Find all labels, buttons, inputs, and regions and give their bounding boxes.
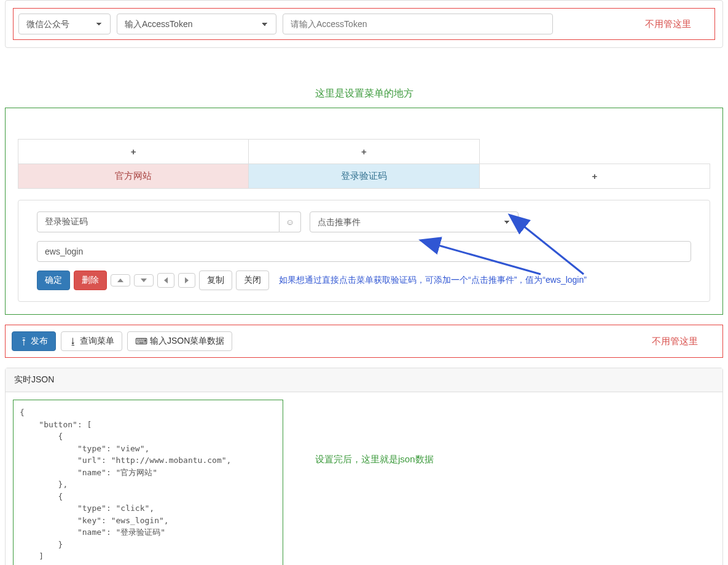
add-menu[interactable]: +: [479, 164, 710, 189]
chevron-right-icon: [185, 277, 189, 283]
move-right-button[interactable]: [178, 273, 195, 288]
download-icon: ⭳: [69, 336, 77, 346]
platform-select[interactable]: 微信公众号: [18, 14, 111, 34]
chevron-up-icon: [117, 279, 123, 282]
menu-tab-2[interactable]: 登录验证码: [249, 164, 479, 189]
json-panel-title: 实时JSON: [6, 368, 722, 392]
move-down-button[interactable]: [134, 274, 154, 286]
add-submenu-2[interactable]: +: [249, 140, 479, 164]
query-menu-button[interactable]: ⭳ 查询菜单: [61, 331, 122, 351]
event-key-input[interactable]: [37, 241, 691, 262]
menu-area-title: 这里是设置菜单的地方: [5, 87, 723, 100]
menu-name-input[interactable]: [37, 211, 280, 232]
menu-area: + + 官方网站 登录验证码 + ☺ 点击推事件: [5, 108, 723, 315]
menu-editor: ☺ 点击推事件 确定 删除 复制 关闭 如果想通过直接点击菜单获取验证码，可添加…: [18, 200, 710, 302]
top-config-bar: 微信公众号 输入AccessToken 不用管这里: [13, 8, 715, 40]
publish-button[interactable]: ⭱ 发布: [12, 331, 56, 351]
action-bar: ⭱ 发布 ⭳ 查询菜单 ⌨ 输入JSON菜单数据 不用管这里: [5, 325, 723, 358]
confirm-button[interactable]: 确定: [37, 271, 70, 290]
emoji-icon[interactable]: ☺: [280, 211, 301, 232]
chevron-down-icon: [141, 279, 147, 282]
move-left-button[interactable]: [157, 273, 174, 288]
delete-button[interactable]: 删除: [74, 271, 107, 290]
action-note: 不用管这里: [652, 336, 698, 347]
move-up-button[interactable]: [111, 274, 130, 286]
top-note: 不用管这里: [645, 18, 691, 30]
chevron-left-icon: [164, 277, 168, 283]
menu-tab-1[interactable]: 官方网站: [18, 164, 249, 189]
json-panel: 实时JSON { "button": [ { "type": "view", "…: [5, 368, 723, 565]
add-submenu-1[interactable]: +: [18, 140, 249, 164]
upload-icon: ⭱: [20, 336, 28, 346]
editor-hint: 如果想通过直接点击菜单获取验证码，可添加一个“点击推事件”，值为“ews_log…: [279, 275, 587, 286]
keyboard-icon: ⌨: [135, 336, 147, 346]
access-token-input[interactable]: [283, 14, 553, 34]
json-note: 设置完后，这里就是json数据: [315, 454, 434, 465]
close-button[interactable]: 关闭: [236, 271, 269, 290]
copy-button[interactable]: 复制: [199, 271, 232, 290]
menu-tabs: + + 官方网站 登录验证码 +: [18, 139, 710, 189]
json-output: { "button": [ { "type": "view", "url": "…: [13, 400, 283, 565]
event-type-select[interactable]: 点击推事件: [310, 211, 519, 232]
input-json-button[interactable]: ⌨ 输入JSON菜单数据: [127, 331, 232, 351]
mode-select[interactable]: 输入AccessToken: [117, 14, 276, 34]
